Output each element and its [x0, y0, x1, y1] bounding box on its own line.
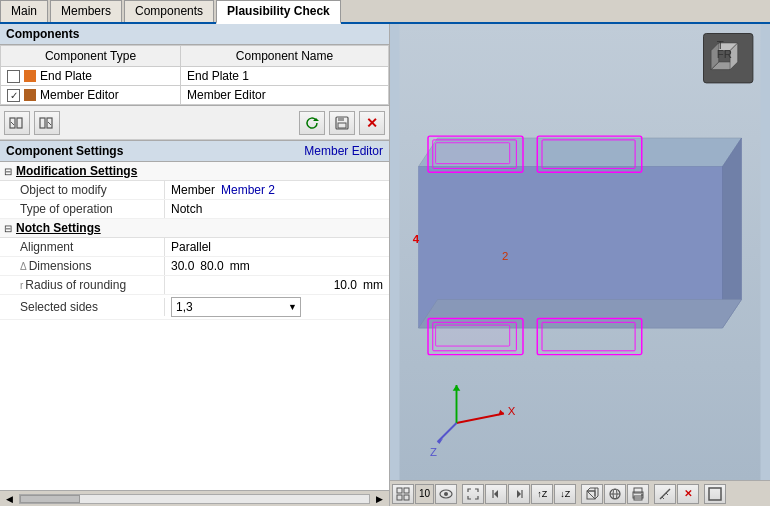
- tab-components[interactable]: Components: [124, 0, 214, 22]
- dimensions-row: ΔDimensions 30.0 80.0 mm: [0, 257, 389, 276]
- svg-point-62: [641, 494, 643, 496]
- alignment-val1: Parallel: [171, 240, 211, 254]
- settings-tree: ⊟ Modification Settings Object to modify…: [0, 162, 389, 320]
- radius-label: rRadius of rounding: [0, 276, 165, 294]
- print-view-btn[interactable]: [627, 484, 649, 504]
- z-down-btn[interactable]: ↓Z: [554, 484, 576, 504]
- horizontal-scrollbar: ◀ ▶: [0, 490, 389, 506]
- fit-view-btn[interactable]: [462, 484, 484, 504]
- modification-settings-label: Modification Settings: [16, 164, 137, 178]
- next-view-btn[interactable]: [508, 484, 530, 504]
- alignment-row: Alignment Parallel: [0, 238, 389, 257]
- comp-type-endplate: End Plate: [40, 69, 92, 83]
- comp-name-endplate: End Plate 1: [181, 67, 389, 86]
- svg-line-64: [662, 497, 664, 499]
- checkbox-endplate[interactable]: [7, 70, 20, 83]
- comp-name-membereditor: Member Editor: [181, 86, 389, 105]
- z-up-btn[interactable]: ↑Z: [531, 484, 553, 504]
- selected-sides-label: Selected sides: [0, 298, 165, 316]
- svg-line-65: [666, 493, 668, 495]
- dimensions-label: ΔDimensions: [0, 257, 165, 275]
- dimensions-sym: Δ: [20, 261, 27, 272]
- tab-main[interactable]: Main: [0, 0, 48, 22]
- selected-sides-value: 1,3 2,4 1,2,3,4 ▼: [165, 295, 389, 319]
- circle-view-btn[interactable]: [604, 484, 626, 504]
- svg-rect-22: [436, 325, 510, 346]
- svg-rect-66: [709, 488, 721, 500]
- 3d-scene: 4 2 X Z: [390, 24, 770, 480]
- scroll-left-arrow[interactable]: ◀: [4, 493, 15, 505]
- dim-val2: 80.0: [200, 259, 223, 273]
- settings-editor: Member Editor: [304, 144, 383, 158]
- checkbox-membereditor[interactable]: [7, 89, 20, 102]
- tab-members[interactable]: Members: [50, 0, 122, 22]
- refresh-button[interactable]: [299, 111, 325, 135]
- toolbar-row: ✕: [0, 106, 389, 140]
- svg-rect-3: [40, 118, 45, 128]
- color-endplate: [24, 70, 36, 82]
- components-table: Component Type Component Name End Plate: [0, 45, 389, 105]
- object-val1: Member: [171, 183, 215, 197]
- col-type-header: Component Type: [1, 46, 181, 67]
- move-down-button[interactable]: [34, 111, 60, 135]
- scroll-thumb[interactable]: [20, 495, 80, 503]
- component-row-2: Member Editor Member Editor: [1, 86, 389, 105]
- object-value: Member Member 2: [165, 181, 389, 199]
- svg-rect-45: [404, 495, 409, 500]
- svg-line-5: [48, 122, 51, 125]
- selected-sides-dropdown[interactable]: 1,3 2,4 1,2,3,4: [171, 297, 301, 317]
- zoom-level-btn[interactable]: 10: [415, 484, 434, 504]
- svg-rect-9: [338, 123, 346, 128]
- scroll-right-arrow[interactable]: ▶: [374, 493, 385, 505]
- comp-type-membereditor: Member Editor: [40, 88, 119, 102]
- svg-rect-44: [397, 495, 402, 500]
- svg-marker-48: [494, 490, 498, 498]
- tab-plausibility-check[interactable]: Plausibility Check: [216, 0, 341, 24]
- radius-row: rRadius of rounding 10.0 mm: [0, 276, 389, 295]
- expand-notch-icon: ⊟: [4, 223, 12, 234]
- svg-rect-17: [436, 143, 510, 164]
- svg-marker-14: [419, 300, 742, 329]
- right-panel: 4 2 X Z: [390, 24, 770, 506]
- dim-unit: mm: [230, 259, 250, 273]
- svg-text:T: T: [717, 39, 724, 51]
- alignment-label: Alignment: [0, 238, 165, 256]
- prev-view-btn[interactable]: [485, 484, 507, 504]
- alignment-value: Parallel: [165, 238, 389, 256]
- object-val2: Member 2: [221, 183, 275, 197]
- eye-view-btn[interactable]: [435, 484, 457, 504]
- settings-section: Component Settings Member Editor ⊟ Modif…: [0, 140, 389, 320]
- expand-modification-icon: ⊟: [4, 166, 12, 177]
- radius-sym: r: [20, 280, 23, 291]
- radius-value: 10.0 mm: [165, 276, 389, 294]
- col-name-header: Component Name: [181, 46, 389, 67]
- svg-line-63: [660, 489, 670, 499]
- svg-text:2: 2: [502, 250, 508, 262]
- measure-view-btn[interactable]: [654, 484, 676, 504]
- scroll-track[interactable]: [19, 494, 370, 504]
- dimensions-value: 30.0 80.0 mm: [165, 257, 389, 275]
- components-header: Components: [0, 24, 389, 45]
- left-panel: Components Component Type Component Name: [0, 24, 390, 506]
- dim-val1: 30.0: [171, 259, 194, 273]
- selected-sides-row: Selected sides 1,3 2,4 1,2,3,4 ▼: [0, 295, 389, 320]
- notch-settings-group[interactable]: ⊟ Notch Settings: [0, 219, 389, 238]
- save-button[interactable]: [329, 111, 355, 135]
- svg-text:Z: Z: [430, 446, 437, 458]
- grid-view-btn[interactable]: [392, 484, 414, 504]
- svg-text:X: X: [508, 405, 516, 417]
- radius-unit: mm: [363, 278, 383, 292]
- main-layout: Components Component Type Component Name: [0, 24, 770, 506]
- svg-rect-43: [404, 488, 409, 493]
- expand-view-btn[interactable]: [704, 484, 726, 504]
- modification-settings-group[interactable]: ⊟ Modification Settings: [0, 162, 389, 181]
- delete-button[interactable]: ✕: [359, 111, 385, 135]
- svg-text:4: 4: [413, 233, 420, 245]
- move-up-button[interactable]: [4, 111, 30, 135]
- notch-settings-label: Notch Settings: [16, 221, 101, 235]
- view-toolbar: 10 ↑Z ↓Z: [390, 480, 770, 506]
- svg-line-2: [11, 122, 14, 125]
- box-view-btn[interactable]: [581, 484, 603, 504]
- svg-rect-8: [338, 117, 344, 121]
- close-view-btn[interactable]: ✕: [677, 484, 699, 504]
